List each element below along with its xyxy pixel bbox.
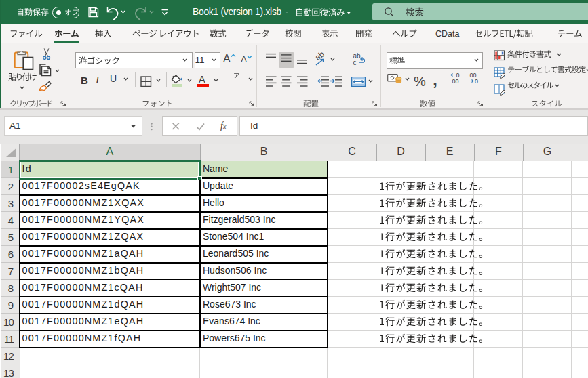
svg-text:0: 0 [475, 78, 478, 84]
svg-text:ab: ab [313, 50, 326, 62]
svg-text:.00: .00 [450, 78, 459, 84]
svg-text:c: c [353, 59, 357, 66]
